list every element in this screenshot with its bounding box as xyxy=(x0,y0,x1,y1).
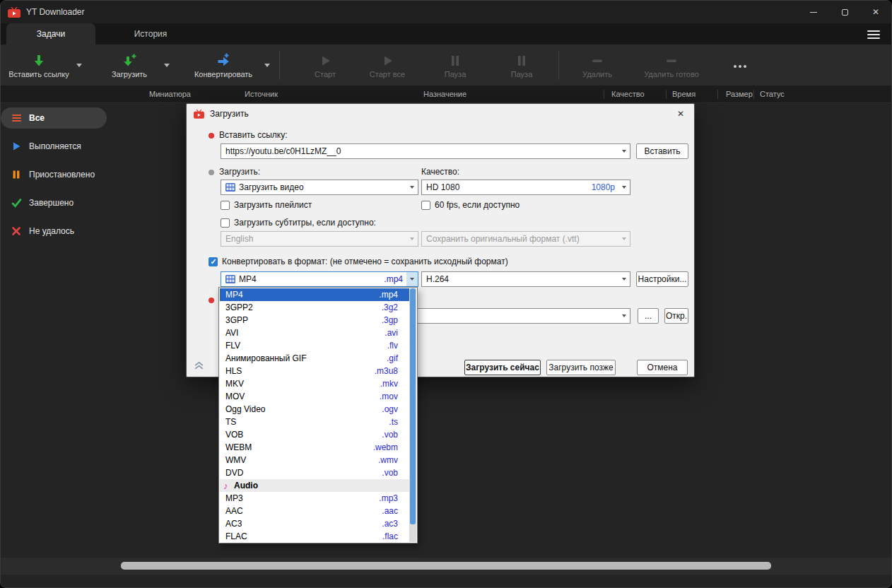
chevron-down-icon[interactable] xyxy=(618,144,630,158)
minimize-icon xyxy=(810,12,817,13)
format-option-mkv[interactable]: MKV.mkv xyxy=(220,377,409,390)
format-option-gif[interactable]: Анимированный GIF.gif xyxy=(220,352,409,365)
toolbar-separator xyxy=(279,50,280,80)
column-header-time[interactable]: Время xyxy=(672,90,696,98)
format-option-vob[interactable]: VOB.vob xyxy=(220,428,409,441)
dropdown-scrollbar-track xyxy=(409,288,416,542)
format-combobox[interactable]: MP4 .mp4 xyxy=(221,271,418,287)
format-option-hls[interactable]: HLS.m3u8 xyxy=(220,365,409,377)
checkbox-unchecked xyxy=(421,201,430,210)
format-dropdown-list: MP4.mp4 3GPP2.3g2 3GPP.3gp AVI.avi FLV.f… xyxy=(218,287,418,543)
sidebar-item-paused[interactable]: Приостановлено xyxy=(1,164,107,185)
required-bullet xyxy=(209,133,214,139)
horizontal-scrollbar-thumb[interactable] xyxy=(121,562,771,570)
checkbox-unchecked xyxy=(221,201,230,210)
tab-bar: Задачи История xyxy=(1,23,891,45)
chevron-down-icon[interactable] xyxy=(406,272,418,286)
dialog-close-button[interactable]: ✕ xyxy=(674,107,687,120)
download-now-button[interactable]: Загрузить сейчас xyxy=(464,360,541,375)
column-header-destination[interactable]: Назначение xyxy=(423,90,466,98)
dropdown-scrollbar-thumb[interactable] xyxy=(410,288,416,524)
chevron-down-icon xyxy=(618,309,630,323)
subtitles-format-combobox: Сохранить оригинальный формат (.vtt) xyxy=(421,231,630,247)
format-option-mp3[interactable]: MP3.mp3 xyxy=(220,492,409,505)
format-option-aac[interactable]: AAC.aac xyxy=(220,505,409,517)
format-option-3gpp[interactable]: 3GPP.3gp xyxy=(220,314,409,327)
download-mode-combobox[interactable]: Загрузить видео xyxy=(221,180,418,195)
start-button[interactable]: Старт xyxy=(295,46,355,84)
subtitles-checkbox[interactable]: Загрузить субтитры, если доступно: xyxy=(221,218,376,228)
download-button[interactable]: Загрузить xyxy=(98,46,160,84)
sidebar-item-completed[interactable]: Завершено xyxy=(1,192,107,213)
column-header-quality[interactable]: Качество xyxy=(611,90,645,98)
url-input[interactable] xyxy=(225,144,618,158)
pause-all-button[interactable]: Пауза xyxy=(491,46,553,84)
column-header-status[interactable]: Статус xyxy=(760,90,785,98)
format-option-mov[interactable]: MOV.mov xyxy=(220,390,409,403)
window-title: YT Downloader xyxy=(26,7,85,17)
convert-plus-icon xyxy=(216,52,231,69)
delete-button[interactable]: Удалить xyxy=(565,46,630,84)
paste-link-button[interactable]: Вставить ссылку xyxy=(5,46,73,84)
format-option-3gpp2[interactable]: 3GPP2.3g2 xyxy=(220,301,409,314)
start-all-button[interactable]: Старт все xyxy=(355,46,420,84)
list-icon xyxy=(11,114,22,122)
convert-button[interactable]: Конвертировать xyxy=(186,46,261,84)
settings-button[interactable]: Настройки... xyxy=(636,271,688,287)
format-option-avi[interactable]: AVI.avi xyxy=(220,327,409,339)
tab-history[interactable]: История xyxy=(95,23,206,45)
chevron-down-icon xyxy=(164,64,170,67)
hamburger-icon xyxy=(867,30,880,39)
convert-checkbox[interactable]: Конвертировать в формат: (не отмечено = … xyxy=(209,257,508,266)
close-button[interactable]: ✕ xyxy=(860,1,891,23)
format-option-ogv[interactable]: Ogg Video.ogv xyxy=(220,403,409,416)
download-dropdown[interactable] xyxy=(160,46,173,84)
checkbox-checked xyxy=(209,257,218,266)
download-later-button[interactable]: Загрузить позже xyxy=(546,360,616,375)
column-header-source[interactable]: Источник xyxy=(245,90,278,98)
sidebar-item-failed[interactable]: Не удалось xyxy=(1,220,107,242)
pause-button[interactable]: Пауза xyxy=(424,46,486,84)
toolbar: Вставить ссылку Загрузить Конвертировать… xyxy=(1,45,891,86)
format-option-dvd[interactable]: DVD.vob xyxy=(220,466,409,479)
open-folder-button[interactable]: Откр. xyxy=(664,308,688,324)
sidebar-item-running[interactable]: Выполняется xyxy=(1,136,107,157)
fps-checkbox[interactable]: 60 fps, если доступно xyxy=(421,200,520,210)
quality-combobox[interactable]: HD 1080 1080p xyxy=(421,180,630,195)
format-extension: .mp4 xyxy=(384,274,403,284)
menu-button[interactable] xyxy=(863,26,884,43)
format-option-flv[interactable]: FLV.flv xyxy=(220,339,409,352)
window-controls: ✕ xyxy=(798,1,891,23)
column-header-thumbnail[interactable]: Миниатюра xyxy=(149,90,191,98)
format-dropdown-items: MP4.mp4 3GPP2.3g2 3GPP.3gp AVI.avi FLV.f… xyxy=(220,288,409,542)
url-label: Вставить ссылку: xyxy=(219,130,288,140)
more-button[interactable] xyxy=(720,46,760,84)
tab-tasks[interactable]: Задачи xyxy=(6,23,95,45)
cancel-button[interactable]: Отмена xyxy=(637,360,688,375)
ellipsis-icon xyxy=(732,57,749,74)
maximize-button[interactable] xyxy=(829,1,860,23)
convert-dropdown[interactable] xyxy=(261,46,274,84)
format-option-ac3[interactable]: AC3.ac3 xyxy=(220,517,409,530)
format-option-mp4[interactable]: MP4.mp4 xyxy=(220,288,409,301)
browse-button[interactable]: ... xyxy=(638,308,659,324)
delete-done-button[interactable]: Удалить готово xyxy=(630,46,713,84)
minimize-button[interactable] xyxy=(798,1,829,23)
format-option-webm[interactable]: WEBM.webm xyxy=(220,441,409,454)
collapse-dialog-button[interactable] xyxy=(194,360,204,372)
chevron-down-icon xyxy=(618,232,630,246)
paste-button[interactable]: Вставить xyxy=(636,143,688,159)
format-option-flac[interactable]: FLAC.flac xyxy=(220,530,409,542)
codec-combobox[interactable]: H.264 xyxy=(421,271,630,287)
sidebar-item-all[interactable]: Все xyxy=(1,107,107,129)
format-option-wmv[interactable]: WMV.wmv xyxy=(220,454,409,466)
paste-link-dropdown[interactable] xyxy=(73,46,86,84)
url-combobox[interactable] xyxy=(221,143,630,159)
close-icon: ✕ xyxy=(872,8,879,16)
check-icon xyxy=(11,198,22,208)
quality-label: Качество: xyxy=(421,167,459,177)
format-option-ts[interactable]: TS.ts xyxy=(220,416,409,428)
sidebar-item-label: Завершено xyxy=(29,198,74,208)
column-header-size[interactable]: Размер xyxy=(726,90,753,98)
playlist-checkbox[interactable]: Загрузить плейлист xyxy=(221,200,312,210)
